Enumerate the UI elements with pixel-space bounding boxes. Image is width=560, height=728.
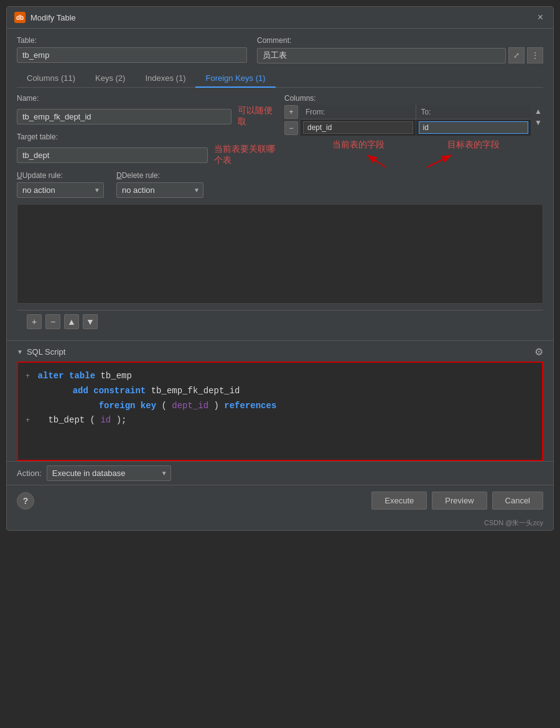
sql-line-2: add constraint tb_emp_fk_dept_id [26,384,534,399]
bottom-toolbar: + − ▲ ▼ [17,310,543,333]
update-rule-label: UUpdate rule: [17,171,104,180]
tab-keys[interactable]: Keys (2) [85,70,135,88]
form-grid: Name: 可以随便取 Target table: 当前表要关联哪个表 [17,94,543,198]
line-marker-4: + [26,416,30,425]
action-label: Action: [17,469,42,478]
toolbar-down-button[interactable]: ▼ [83,314,98,329]
update-rule-group: UUpdate rule: no action restrict cascade… [17,171,104,198]
target-table-input[interactable] [17,147,208,163]
target-row: 当前表要关联哪个表 [17,144,278,166]
line-marker-1: + [26,372,30,381]
execute-button[interactable]: Execute [371,492,427,510]
add-column-button[interactable]: + [284,105,298,119]
form-left: Name: 可以随便取 Target table: 当前表要关联哪个表 [17,94,278,198]
modify-table-dialog: db Modify Table × Table: Comment: ⤢ ⋮ [6,6,554,531]
sql-section: ▼ SQL Script ⚙ + alter table tb_emp add … [7,340,553,461]
to-cell [416,119,531,136]
update-rule-select[interactable]: no action restrict cascade set null set … [17,182,104,198]
tab-indexes[interactable]: Indexes (1) [135,70,195,88]
name-input[interactable] [17,109,231,124]
tabs: Columns (11) Keys (2) Indexes (1) Foreig… [17,70,543,88]
comment-expand-button[interactable]: ⤢ [508,47,525,63]
name-label: Name: [17,94,278,103]
empty-area [17,204,543,304]
table-label: Table: [17,36,247,45]
delete-rule-label: DDelete rule: [116,171,203,180]
from-arrow-svg [361,152,411,170]
delete-rule-select-wrapper: no action restrict cascade set null set … [116,182,203,198]
to-header: To: [416,105,531,119]
delete-rule-select[interactable]: no action restrict cascade set null set … [116,182,203,198]
watermark: CSDN @朱一头zcy [7,516,553,530]
target-table-field-group: Target table: 当前表要关联哪个表 [17,133,278,166]
dialog-body: Table: Comment: ⤢ ⋮ Columns (11) Keys (2… [7,29,553,340]
column-annotations: 当前表的字段 目标表的字段 [301,139,531,151]
footer: ? Execute Preview Cancel [7,485,553,516]
sql-line-4: + tb_dept ( id ); [26,413,534,428]
target-annotation: 当前表要关联哪个表 [214,144,278,166]
name-field-group: Name: 可以随便取 [17,94,278,128]
sql-settings-icon[interactable]: ⚙ [534,346,543,358]
from-input[interactable] [303,121,413,134]
close-button[interactable]: × [535,12,546,23]
columns-table-header: From: To: [301,105,531,119]
columns-table-wrapper: + − From: To: [284,105,543,172]
delete-rule-group: DDelete rule: no action restrict cascade… [116,171,203,198]
top-row: Table: Comment: ⤢ ⋮ [17,36,543,63]
column-reorder-buttons: ▲ ▼ [533,105,543,172]
to-annotation: 目标表的字段 [447,139,500,149]
sql-header-left: ▼ SQL Script [17,347,65,357]
move-up-button[interactable]: ▲ [533,106,543,116]
sql-collapse-icon[interactable]: ▼ [17,348,23,355]
title-bar: db Modify Table × [7,7,553,29]
action-select-wrapper: Execute in database Save to file Copy to… [47,465,171,481]
move-down-button[interactable]: ▼ [533,118,543,128]
columns-header: Columns: [284,94,543,103]
table-input[interactable] [17,47,247,63]
action-select[interactable]: Execute in database Save to file Copy to… [47,465,171,481]
footer-left: ? [17,492,366,510]
dialog-title: Modify Table [30,13,76,22]
comment-extra-button[interactable]: ⋮ [527,47,543,63]
target-table-label: Target table: [17,133,278,141]
comment-input[interactable] [257,48,506,63]
form-right: Columns: + − From: To: [284,94,543,198]
comment-label: Comment: [257,36,543,45]
from-header: From: [301,105,416,119]
svg-line-1 [367,155,386,167]
toolbar-remove-button[interactable]: − [45,314,60,329]
cancel-button[interactable]: Cancel [492,492,543,510]
to-input[interactable] [419,121,529,134]
comment-field-group: Comment: ⤢ ⋮ [257,36,543,63]
sql-script-label: SQL Script [27,347,65,357]
help-button[interactable]: ? [17,492,34,510]
to-arrow-svg [421,152,470,170]
to-arrow-annotation [301,152,531,172]
foreign-keys-content: Name: 可以随便取 Target table: 当前表要关联哪个表 [17,94,543,304]
sql-line-1: + alter table tb_emp [26,369,534,384]
action-row: Action: Execute in database Save to file… [7,461,553,485]
comment-row: ⤢ ⋮ [257,47,543,63]
tab-foreign-keys[interactable]: Foreign Keys (1) [195,70,275,88]
name-row: 可以随便取 [17,105,278,128]
toolbar-up-button[interactable]: ▲ [64,314,79,329]
toolbar-add-button[interactable]: + [27,314,42,329]
from-annotation: 当前表的字段 [332,139,385,149]
sql-header: ▼ SQL Script ⚙ [17,346,543,358]
app-icon: db [14,12,26,23]
column-row [301,119,531,136]
svg-line-3 [427,155,452,167]
name-annotation: 可以随便取 [238,105,278,128]
sql-box: + alter table tb_emp add constraint tb_e… [17,362,543,461]
title-bar-left: db Modify Table [14,12,76,23]
update-rule-select-wrapper: no action restrict cascade set null set … [17,182,104,198]
preview-button[interactable]: Preview [432,492,487,510]
table-field-group: Table: [17,36,247,63]
sql-line-3: foreign key ( dept_id ) references [26,399,534,414]
rules-row: UUpdate rule: no action restrict cascade… [17,171,278,198]
columns-add-remove-buttons: + − [284,105,298,172]
tab-columns[interactable]: Columns (11) [17,70,85,88]
from-cell [301,119,416,136]
remove-column-button[interactable]: − [284,121,298,135]
